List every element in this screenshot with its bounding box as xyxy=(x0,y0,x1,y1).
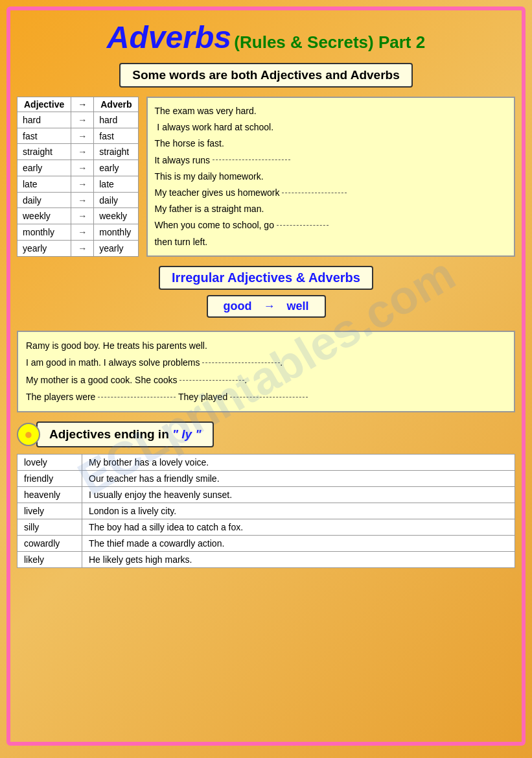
ly-example: Our teacher has a friendly smile. xyxy=(82,471,515,487)
arrow-cell: → xyxy=(71,224,94,241)
title-sub: (Rules & Secrets) Part 2 xyxy=(234,32,425,52)
table-row: late → late xyxy=(17,176,139,192)
adv-cell: yearly xyxy=(94,240,139,256)
blank-line xyxy=(213,160,290,160)
table-row: hard → hard xyxy=(17,112,139,128)
table-row: daily → daily xyxy=(17,192,139,208)
adv-cell: fast xyxy=(94,128,139,144)
example-line: When you come to school, go xyxy=(154,217,507,233)
section1-title-box: Some words are both Adjectives and Adver… xyxy=(119,63,412,88)
example-line: I always work hard at school. xyxy=(154,119,507,136)
section1-title: Some words are both Adjectives and Adver… xyxy=(132,68,399,82)
blank-line xyxy=(230,397,308,397)
blank-line xyxy=(282,193,347,193)
irregular-title: Irregular Adjectives & Adverbs xyxy=(172,270,360,285)
main-title: Adverbs (Rules & Secrets) Part 2 xyxy=(17,19,515,55)
well-label: well xyxy=(286,300,308,313)
ly-word: likely xyxy=(17,552,82,568)
example-line: The exam was very hard. xyxy=(154,103,507,119)
example-line: My teacher gives us homework xyxy=(154,185,507,201)
good-label: good xyxy=(224,300,252,313)
ly-word: silly xyxy=(17,519,82,536)
title-adverbs: Adverbs xyxy=(107,20,231,54)
adj-cell: early xyxy=(17,160,71,176)
table-row: weekly → weekly xyxy=(17,208,139,224)
irr-example-line: The players were They played xyxy=(26,388,506,406)
ly-table: lovely My brother has a lovely voice. fr… xyxy=(17,454,515,568)
ly-title-box: Adjectives ending in " ly " xyxy=(36,421,214,447)
section1-examples: The exam was very hard. I always work ha… xyxy=(146,97,515,257)
ly-circle-icon: ● xyxy=(17,423,40,446)
page-border: ECLprintables.com Adverbs (Rules & Secre… xyxy=(6,6,526,746)
good-well-arrow-icon: → xyxy=(263,300,275,313)
section2: Irregular Adjectives & Adverbs good → we… xyxy=(17,266,515,324)
table-row: straight → straight xyxy=(17,144,139,160)
ly-word: lively xyxy=(17,503,82,519)
blank-line xyxy=(179,380,244,381)
irr-example-line: Ramy is good boy. He treats his parents … xyxy=(26,337,506,355)
table-row: early → early xyxy=(17,160,139,176)
example-line: then turn left. xyxy=(154,234,507,250)
ly-highlight: " ly " xyxy=(172,427,201,441)
ly-example: He likely gets high marks. xyxy=(82,552,515,568)
table-row: silly The boy had a silly idea to catch … xyxy=(17,519,515,536)
arrow-cell: → xyxy=(71,128,94,144)
blank-line xyxy=(98,397,176,397)
arrow-cell: → xyxy=(71,192,94,208)
adv-cell: monthly xyxy=(94,224,139,241)
arrow-cell: → xyxy=(71,112,94,128)
example-line: This is my daily homework. xyxy=(154,169,507,185)
irr-example-line: I am good in math. I always solve proble… xyxy=(26,354,506,372)
adj-cell: straight xyxy=(17,144,71,160)
table-row: heavenly I usually enjoy the heavenly su… xyxy=(17,487,515,503)
adv-cell: weekly xyxy=(94,208,139,224)
blank-line xyxy=(202,362,280,363)
adv-cell: straight xyxy=(94,144,139,160)
col-adverb: Adverb xyxy=(94,97,139,112)
adj-cell: hard xyxy=(17,112,71,128)
adv-cell: daily xyxy=(94,192,139,208)
arrow-cell: → xyxy=(71,160,94,176)
col-adjective: Adjective xyxy=(17,97,71,112)
adj-cell: late xyxy=(17,176,71,192)
table-row: yearly → yearly xyxy=(17,240,139,256)
ly-word: lovely xyxy=(17,455,82,471)
example-line: My father is a straight man. xyxy=(154,201,507,217)
blank-line xyxy=(277,225,329,226)
arrow-cell: → xyxy=(71,240,94,256)
table-row: likely He likely gets high marks. xyxy=(17,552,515,568)
irregular-title-box: Irregular Adjectives & Adverbs xyxy=(159,266,373,290)
ly-title-text: Adjectives ending in xyxy=(49,427,172,441)
ly-example: My brother has a lovely voice. xyxy=(82,455,515,471)
ly-word: heavenly xyxy=(17,487,82,503)
table-row: monthly → monthly xyxy=(17,224,139,241)
adj-cell: yearly xyxy=(17,240,71,256)
table-row: friendly Our teacher has a friendly smil… xyxy=(17,471,515,487)
ly-example: The thief made a cowardly action. xyxy=(82,536,515,552)
adj-cell: fast xyxy=(17,128,71,144)
adj-adv-table: Adjective → Adverb hard → hard fast → fa… xyxy=(17,97,139,257)
irregular-examples: Ramy is good boy. He treats his parents … xyxy=(17,331,515,412)
adj-cell: monthly xyxy=(17,224,71,241)
adv-cell: late xyxy=(94,176,139,192)
ly-word: friendly xyxy=(17,471,82,487)
circle-dot: ● xyxy=(24,426,32,443)
ly-example: The boy had a silly idea to catch a fox. xyxy=(82,519,515,536)
arrow-cell: → xyxy=(71,208,94,224)
adj-cell: daily xyxy=(17,192,71,208)
arrow-cell: → xyxy=(71,176,94,192)
section1-content: Adjective → Adverb hard → hard fast → fa… xyxy=(17,97,515,257)
adv-cell: early xyxy=(94,160,139,176)
col-arrow-header: → xyxy=(71,97,94,112)
adv-cell: hard xyxy=(94,112,139,128)
good-well-box: good → well xyxy=(207,295,326,318)
table-row: cowardly The thief made a cowardly actio… xyxy=(17,536,515,552)
example-line: The horse is fast. xyxy=(154,136,507,152)
arrow-cell: → xyxy=(71,144,94,160)
table-row: lovely My brother has a lovely voice. xyxy=(17,455,515,471)
ly-example: I usually enjoy the heavenly sunset. xyxy=(82,487,515,503)
adj-cell: weekly xyxy=(17,208,71,224)
irr-example-line: My mother is a good cook. She cooks . xyxy=(26,372,506,389)
example-line: It always runs xyxy=(154,152,507,169)
ly-word: cowardly xyxy=(17,536,82,552)
